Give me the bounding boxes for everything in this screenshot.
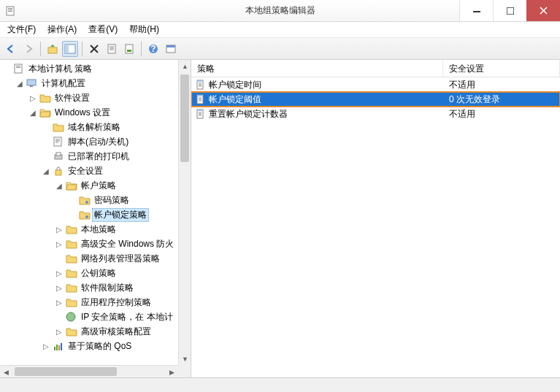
tree-dns-policy[interactable]: 域名解析策略 xyxy=(41,120,178,134)
svg-rect-30 xyxy=(58,345,60,350)
forward-button[interactable] xyxy=(20,41,37,57)
tree-label: 密码策略 xyxy=(92,193,131,207)
tree-printers[interactable]: 已部署的打印机 xyxy=(41,149,178,164)
tree-scroll[interactable]: 本地计算机 策略 ◢ 计算机配置 ▷软件设置 xyxy=(0,60,178,365)
qos-icon xyxy=(53,341,64,351)
folder-icon xyxy=(66,224,77,234)
tree-label: 高级安全 Windows 防火 xyxy=(79,237,176,251)
policy-value: 不适用 xyxy=(449,80,475,90)
expand-icon[interactable]: ▷ xyxy=(41,341,51,351)
tree-security-settings[interactable]: ◢安全设置 xyxy=(41,164,178,178)
tree-label: 公钥策略 xyxy=(79,266,118,280)
menu-file[interactable]: 文件(F) xyxy=(1,22,42,37)
expand-icon[interactable]: ▷ xyxy=(54,283,64,293)
svg-rect-11 xyxy=(127,50,131,52)
collapse-icon[interactable]: ◢ xyxy=(28,107,38,118)
menu-view[interactable]: 查看(V) xyxy=(83,22,123,37)
help-button[interactable]: ? xyxy=(145,41,161,57)
tree-software-restrict[interactable]: ▷软件限制策略 xyxy=(54,280,178,295)
policy-icon xyxy=(196,94,206,104)
folder-icon xyxy=(66,326,77,337)
properties-button[interactable] xyxy=(121,41,137,57)
policy-name: 帐户锁定阈值 xyxy=(209,93,261,106)
tree-adv-firewall[interactable]: ▷高级安全 Windows 防火 xyxy=(54,237,178,251)
close-button[interactable] xyxy=(526,0,560,21)
tree-adv-audit[interactable]: ▷高级审核策略配置 xyxy=(54,324,178,339)
menu-help[interactable]: 帮助(H) xyxy=(123,22,165,37)
options-button[interactable] xyxy=(163,41,179,57)
export-button[interactable] xyxy=(104,41,120,57)
collapse-icon[interactable]: ◢ xyxy=(15,78,25,88)
svg-rect-5 xyxy=(507,7,514,15)
minimize-button[interactable] xyxy=(459,0,493,21)
scroll-down-icon[interactable]: ▼ xyxy=(179,353,191,365)
collapse-icon[interactable]: ◢ xyxy=(41,166,51,176)
expand-icon[interactable]: ▷ xyxy=(54,326,64,337)
svg-rect-17 xyxy=(16,66,20,66)
scroll-thumb[interactable] xyxy=(15,367,117,376)
collapse-icon[interactable]: ◢ xyxy=(54,180,64,191)
scroll-up-icon[interactable]: ▲ xyxy=(179,60,191,72)
expand-icon[interactable]: ▷ xyxy=(54,224,64,234)
tree-account-lockout-policy[interactable]: 帐户锁定策略 xyxy=(67,207,178,222)
status-bar xyxy=(0,377,560,392)
folder-icon xyxy=(66,253,77,264)
back-button[interactable] xyxy=(3,41,19,57)
svg-rect-37 xyxy=(197,109,203,111)
tree-software-settings[interactable]: ▷软件设置 xyxy=(28,91,178,105)
delete-button[interactable] xyxy=(86,41,102,57)
tree-vertical-scrollbar[interactable]: ▲ ▼ xyxy=(178,60,191,365)
list-row[interactable]: 帐户锁定时间不适用 xyxy=(191,77,560,92)
expand-icon[interactable]: ▷ xyxy=(54,297,64,307)
tree-local-policy[interactable]: ▷本地策略 xyxy=(54,222,178,237)
tree-computer-config[interactable]: ◢ 计算机配置 xyxy=(15,76,178,91)
svg-point-27 xyxy=(66,312,75,321)
tree-nlm-policy[interactable]: 网络列表管理器策略 xyxy=(54,251,178,266)
tree-account-policy[interactable]: ◢帐户策略 xyxy=(54,178,178,193)
scroll-left-icon[interactable]: ◀ xyxy=(0,366,12,377)
maximize-button[interactable] xyxy=(493,0,526,21)
tree-label: 应用程序控制策略 xyxy=(79,296,153,310)
tree-windows-settings[interactable]: ◢Windows 设置 xyxy=(28,105,178,120)
expand-icon[interactable]: ▷ xyxy=(28,93,38,103)
tree-ip-security[interactable]: IP 安全策略，在 本地计 xyxy=(54,310,178,324)
tree-qos[interactable]: ▷基于策略的 QoS xyxy=(41,339,178,353)
tree-pane: 本地计算机 策略 ◢ 计算机配置 ▷软件设置 xyxy=(0,60,191,377)
menu-action[interactable]: 操作(A) xyxy=(42,22,83,37)
toolbar-separator xyxy=(40,42,41,56)
svg-rect-15 xyxy=(166,45,175,47)
svg-rect-10 xyxy=(126,45,133,53)
column-header-security[interactable]: 安全设置 xyxy=(443,60,560,77)
tree-password-policy[interactable]: 密码策略 xyxy=(67,193,178,207)
tree-label: 域名解析策略 xyxy=(66,120,123,134)
tree-root[interactable]: 本地计算机 策略 xyxy=(1,61,178,76)
list-row[interactable]: 帐户锁定阈值0 次无效登录 xyxy=(191,92,560,107)
toolbar-separator xyxy=(141,42,142,56)
expand-icon[interactable]: ▷ xyxy=(54,268,64,278)
svg-rect-31 xyxy=(61,343,62,350)
scroll-thumb[interactable] xyxy=(180,74,189,162)
folder-icon xyxy=(66,283,77,293)
svg-rect-9 xyxy=(108,45,115,53)
expand-icon[interactable]: ▷ xyxy=(54,239,64,249)
tree-pubkey-policy[interactable]: ▷公钥策略 xyxy=(54,266,178,280)
tree-label: 基于策略的 QoS xyxy=(66,339,134,353)
tree-horizontal-scrollbar[interactable]: ◀ ▶ xyxy=(0,365,178,377)
folder-icon xyxy=(53,122,64,132)
tree-app-control[interactable]: ▷应用程序控制策略 xyxy=(54,295,178,310)
folder-open-icon xyxy=(39,107,51,118)
security-icon xyxy=(53,166,64,176)
printer-icon xyxy=(53,151,64,161)
column-header-policy[interactable]: 策略 xyxy=(191,60,443,77)
tree-scripts[interactable]: 脚本(启动/关机) xyxy=(41,134,178,149)
svg-point-26 xyxy=(85,215,88,218)
tree-label: 帐户锁定策略 xyxy=(92,208,149,222)
show-tree-button[interactable] xyxy=(62,41,78,57)
svg-rect-3 xyxy=(8,11,12,12)
list-row[interactable]: 重置帐户锁定计数器不适用 xyxy=(191,107,560,121)
scroll-right-icon[interactable]: ▶ xyxy=(166,366,178,377)
folder-icon xyxy=(66,239,77,249)
up-button[interactable] xyxy=(45,41,61,57)
svg-rect-20 xyxy=(30,85,33,87)
folder-icon xyxy=(66,297,77,307)
